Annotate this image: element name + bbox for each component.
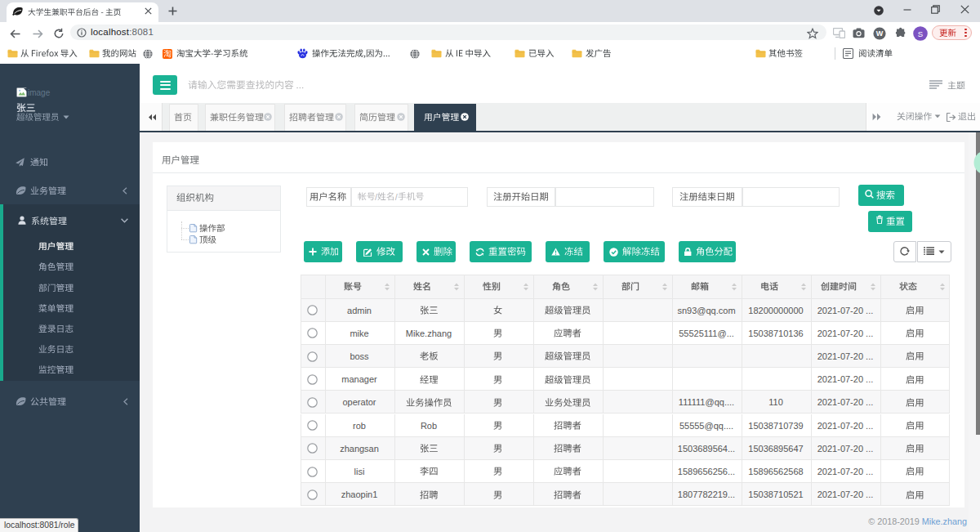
svg-text:W: W (876, 29, 884, 38)
svg-text:S: S (918, 29, 923, 38)
